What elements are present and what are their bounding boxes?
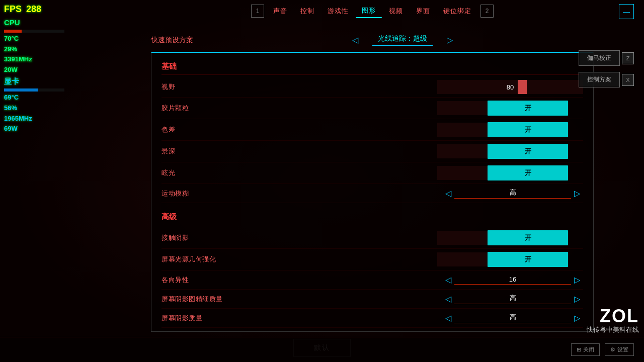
gpu-label: 显卡: [4, 77, 19, 85]
setting-shadow-fine: 屏幕阴影图精细质量 ◁ 高 ▷: [162, 290, 583, 309]
dof-label: 景深: [162, 147, 272, 156]
control-button-group: 控制方案 X: [579, 72, 634, 87]
gpu-bar-fill: [4, 88, 38, 92]
cpu-usage: 29%: [4, 44, 64, 55]
anisotropic-right-arrow[interactable]: ▷: [571, 274, 583, 286]
preset-right-arrow[interactable]: ▷: [443, 34, 457, 46]
tab-sound[interactable]: 声音: [267, 5, 293, 18]
lens-flare-label: 眩光: [162, 168, 272, 177]
contact-shadow-toggle[interactable]: 开: [488, 230, 568, 245]
setting-motion-blur: 运动模糊 ◁ 高 ▷: [162, 184, 583, 203]
minimize-icon: —: [623, 8, 630, 16]
fov-slider-thumb[interactable]: [518, 80, 527, 94]
fps-value: FPS 288: [4, 4, 41, 14]
setting-shadow-quality: 屏幕阴影质量 ◁ 高 ▷: [162, 309, 583, 328]
top-navigation: 1 声音 控制 游戏性 图形 视频 界面 键位绑定 2: [151, 4, 594, 18]
shadow-quality-right-arrow[interactable]: ▷: [571, 312, 583, 324]
setting-chromatic: 色差 开: [162, 119, 583, 141]
hud-overlay: FPS 288 CPU 70°C 29% 3391MHz 20W 显卡 69°C…: [0, 0, 68, 136]
gamma-button-group: 伽马校正 Z: [579, 50, 634, 66]
chromatic-control: 开: [272, 122, 583, 137]
shadow-quality-selector: ◁ 高 ▷: [442, 312, 583, 324]
watermark-tagline: 快传粤中美科在线: [587, 325, 639, 334]
dof-control: 开: [272, 144, 583, 159]
bottom-close-button[interactable]: ⊞ 关闭: [571, 343, 600, 356]
bottom-bar: ⊞ 关闭 ⚙ 设置: [0, 337, 644, 362]
motion-blur-selector: ◁ 高 ▷: [442, 188, 583, 199]
fov-control[interactable]: 80: [272, 80, 583, 94]
nav-box-1-label: 1: [256, 8, 260, 15]
cpu-bar-fill: [4, 30, 22, 33]
control-scheme-button[interactable]: 控制方案: [579, 72, 620, 87]
shadow-fine-right-arrow[interactable]: ▷: [571, 293, 583, 305]
section-advanced-header: 高级: [162, 208, 583, 225]
motion-blur-control: ◁ 高 ▷: [272, 188, 583, 199]
anisotropic-label: 各向异性: [162, 276, 272, 285]
cpu-section: CPU 70°C 29% 3391MHz 20W: [4, 17, 64, 75]
fps-display: FPS 288: [4, 2, 64, 17]
shadow-fine-left-arrow[interactable]: ◁: [442, 293, 454, 305]
screen-light-toggle[interactable]: 开: [488, 252, 568, 267]
gamma-button[interactable]: 伽马校正: [579, 50, 620, 66]
watermark-brand: ZOL: [587, 307, 639, 325]
nav-box-1[interactable]: 1: [251, 5, 264, 18]
anisotropic-value: 16: [454, 276, 571, 285]
preset-left-arrow[interactable]: ◁: [348, 34, 362, 46]
setting-contact-shadow: 接触阴影 开: [162, 227, 583, 249]
tab-video[interactable]: 视频: [383, 5, 409, 18]
gpu-bar: [4, 88, 64, 92]
shadow-quality-label: 屏幕阴影质量: [162, 314, 272, 323]
bottom-settings-button[interactable]: ⚙ 设置: [605, 343, 634, 356]
cpu-bar: [4, 30, 64, 33]
gpu-usage: 56%: [4, 103, 64, 114]
shadow-quality-control: ◁ 高 ▷: [272, 312, 583, 324]
tab-graphics[interactable]: 图形: [356, 4, 382, 18]
motion-blur-value: 高: [454, 188, 571, 199]
anisotropic-selector: ◁ 16 ▷: [442, 274, 583, 286]
settings-content: 基础 视野 80 胶片颗粒 开: [151, 52, 594, 332]
anisotropic-control: ◁ 16 ▷: [272, 274, 583, 286]
lens-flare-control: 开: [272, 165, 583, 180]
gamma-key: Z: [622, 52, 634, 64]
local-shadow-right-arrow[interactable]: ▷: [571, 331, 583, 332]
film-grain-control: 开: [272, 101, 583, 116]
local-shadow-left-arrow[interactable]: ◁: [442, 331, 454, 332]
setting-local-shadow: 局部阴影网格质量 ◁ ... ▷: [162, 328, 583, 332]
anisotropic-left-arrow[interactable]: ◁: [442, 274, 454, 286]
preset-row: 快速预设方案 ◁ 光线追踪：超级 ▷: [151, 30, 594, 52]
control-key: X: [622, 74, 634, 86]
motion-blur-left-arrow[interactable]: ◁: [442, 188, 454, 199]
shadow-fine-control: ◁ 高 ▷: [272, 293, 583, 305]
cpu-power: 20W: [4, 65, 64, 75]
bottom-settings-icon: ⚙: [610, 346, 615, 353]
screen-light-control: 开: [272, 252, 583, 267]
fov-slider[interactable]: 80: [437, 80, 583, 94]
local-shadow-control: ◁ ... ▷: [272, 331, 583, 332]
contact-shadow-control: 开: [272, 230, 583, 245]
section-basic-header: 基础: [162, 58, 583, 75]
fov-slider-left: [437, 80, 518, 94]
fov-label: 视野: [162, 82, 272, 92]
chromatic-toggle[interactable]: 开: [488, 122, 568, 137]
tab-interface[interactable]: 界面: [410, 5, 436, 18]
local-shadow-selector: ◁ ... ▷: [442, 331, 583, 332]
fov-value: 80: [507, 83, 514, 91]
tab-gameplay[interactable]: 游戏性: [321, 5, 355, 18]
cpu-temp: 70°C: [4, 34, 64, 44]
setting-screen-light: 屏幕光源几何强化 开: [162, 249, 583, 270]
nav-box-2[interactable]: 2: [480, 5, 494, 18]
tab-control[interactable]: 控制: [294, 5, 320, 18]
dof-toggle[interactable]: 开: [488, 144, 568, 159]
setting-film-grain: 胶片颗粒 开: [162, 98, 583, 119]
setting-dof: 景深 开: [162, 141, 583, 162]
motion-blur-label: 运动模糊: [162, 189, 272, 198]
film-grain-toggle[interactable]: 开: [488, 101, 568, 116]
contact-shadow-label: 接触阴影: [162, 233, 272, 242]
bottom-close-icon: ⊞: [577, 346, 581, 353]
motion-blur-right-arrow[interactable]: ▷: [571, 188, 583, 199]
bottom-close-label: 关闭: [583, 346, 594, 353]
tab-keybind[interactable]: 键位绑定: [437, 5, 477, 18]
minimize-button[interactable]: —: [619, 4, 634, 19]
shadow-quality-left-arrow[interactable]: ◁: [442, 312, 454, 324]
lens-flare-toggle[interactable]: 开: [488, 165, 568, 180]
